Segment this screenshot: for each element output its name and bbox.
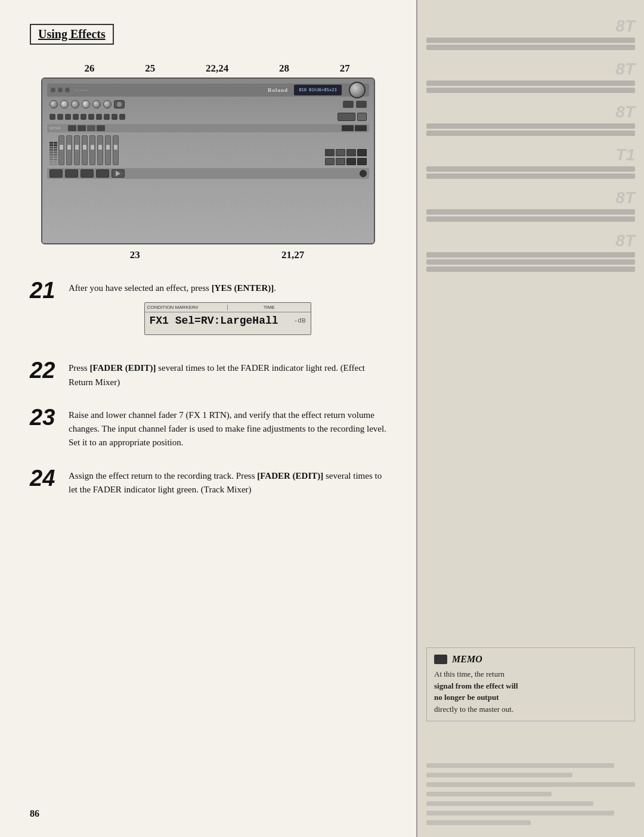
sidebar-pair-5: 8T [426,190,635,222]
right-sidebar: 8T 8T 8T T1 [417,0,644,837]
label-25: 25 [145,63,155,75]
step-23-block: 23 Raise and lower channel fader 7 (FX 1… [30,406,386,450]
device-image: — —— Roland B10 B1h36+85x23 [41,78,375,244]
memo-box: MEMO At this time, the return signal fro… [426,647,635,721]
title-box: Using Effects [30,24,114,45]
sidebar-pair-4: T1 [426,147,635,179]
memo-title: MEMO [434,654,627,665]
label-26: 26 [84,63,94,75]
memo-icon [434,655,447,664]
brand-label: Roland [268,87,288,93]
step-22-content: Press [FADER (EDIT)] several times to le… [69,359,386,389]
step-21-number: 21 [30,279,60,302]
lcd-top-bar: CONDITION MARKER# TIME [145,303,311,312]
step-24-content: Assign the effect return to the recordin… [69,467,386,497]
label-27: 27 [340,63,350,75]
sidebar-decorative: 8T 8T 8T T1 [426,12,635,272]
main-content: Using Effects 26 25 22,24 28 27 [0,0,417,837]
step-24-number: 24 [30,467,60,489]
step-23-number: 23 [30,406,60,429]
sidebar-pair-6: 8T [426,232,635,272]
label-23: 23 [130,249,140,261]
lcd-main-text: FX1 Sel=RV:LargeHall -dB [145,312,311,329]
step-21-block: 21 After you have selected an effect, pr… [30,279,386,342]
page-number: 86 [30,808,39,819]
step-23-text: Raise and lower channel fader 7 (FX 1 RT… [69,408,386,450]
step-22-number: 22 [30,359,60,382]
memo-text: At this time, the return signal from the… [434,668,627,715]
lcd-display: CONDITION MARKER# TIME FX1 Sel=RV:LargeH… [144,302,311,335]
step-22-text: Press [FADER (EDIT)] several times to le… [69,361,386,389]
lcd-label-left: CONDITION MARKER# [145,305,228,310]
sidebar-pair-2: 8T [426,61,635,93]
step-24-block: 24 Assign the effect return to the recor… [30,467,386,497]
lcd-label-right: TIME [228,305,311,310]
sidebar-pair-3: 8T [426,104,635,136]
step-24-text: Assign the effect return to the recordin… [69,469,386,497]
step-23-content: Raise and lower channel fader 7 (FX 1 RT… [69,406,386,450]
page-title: Using Effects [38,27,106,41]
sidebar-bottom-rows [426,757,635,825]
label-2127: 21,27 [281,249,304,261]
label-28: 28 [279,63,289,75]
label-2224: 22,24 [206,63,228,75]
diagram-area: 26 25 22,24 28 27 — —— Roland B10 B1h36+ [35,63,381,261]
diagram-labels-top: 26 25 22,24 28 27 [35,63,381,75]
diagram-labels-bottom: 23 21,27 [35,249,381,261]
sidebar-pair-1: 8T [426,18,635,50]
step-22-block: 22 Press [FADER (EDIT)] several times to… [30,359,386,389]
step-21-content: After you have selected an effect, press… [69,279,386,342]
step-21-text: After you have selected an effect, press… [69,281,386,295]
